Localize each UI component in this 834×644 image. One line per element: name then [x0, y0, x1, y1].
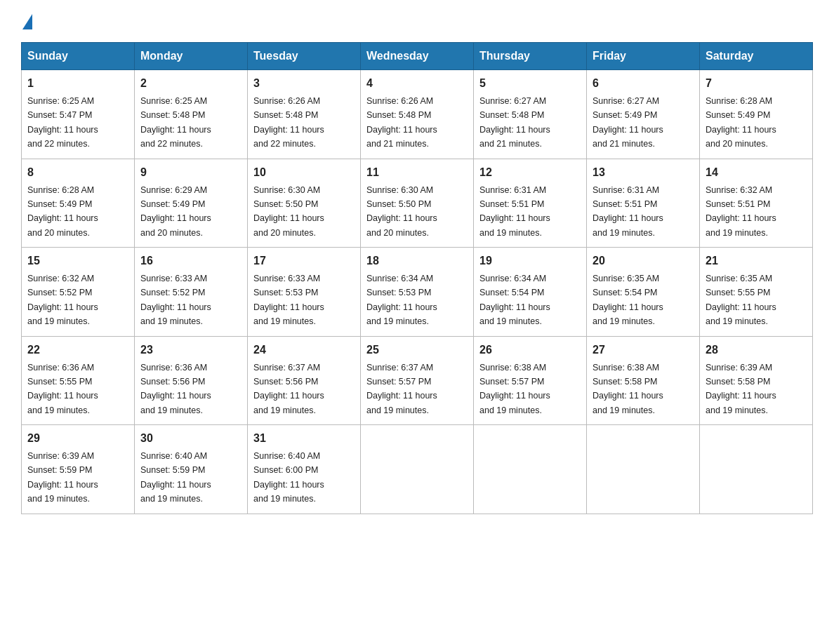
day-info: Sunrise: 6:38 AMSunset: 5:58 PMDaylight:… — [593, 363, 663, 415]
logo — [21, 14, 34, 29]
week-row-1: 1 Sunrise: 6:25 AMSunset: 5:47 PMDayligh… — [22, 70, 813, 159]
col-header-tuesday: Tuesday — [248, 43, 361, 70]
calendar-body: 1 Sunrise: 6:25 AMSunset: 5:47 PMDayligh… — [22, 70, 813, 514]
day-number: 12 — [479, 164, 581, 181]
day-cell: 7 Sunrise: 6:28 AMSunset: 5:49 PMDayligh… — [700, 70, 813, 159]
day-number: 2 — [140, 75, 241, 92]
day-info: Sunrise: 6:32 AMSunset: 5:52 PMDaylight:… — [27, 274, 98, 326]
logo-text — [21, 14, 34, 29]
day-number: 16 — [140, 253, 241, 269]
day-number: 26 — [479, 342, 581, 358]
day-info: Sunrise: 6:40 AMSunset: 5:59 PMDaylight:… — [140, 451, 211, 504]
week-row-4: 22 Sunrise: 6:36 AMSunset: 5:55 PMDaylig… — [22, 336, 813, 425]
day-cell: 1 Sunrise: 6:25 AMSunset: 5:47 PMDayligh… — [22, 70, 135, 159]
day-number: 7 — [706, 75, 807, 92]
day-info: Sunrise: 6:31 AMSunset: 5:51 PMDaylight:… — [593, 185, 663, 238]
day-cell: 5 Sunrise: 6:27 AMSunset: 5:48 PMDayligh… — [474, 70, 587, 159]
day-number: 19 — [479, 253, 581, 269]
day-info: Sunrise: 6:39 AMSunset: 5:58 PMDaylight:… — [706, 363, 776, 415]
day-info: Sunrise: 6:35 AMSunset: 5:55 PMDaylight:… — [706, 274, 776, 326]
day-info: Sunrise: 6:36 AMSunset: 5:55 PMDaylight:… — [27, 363, 98, 415]
logo-triangle-icon — [22, 14, 32, 29]
day-info: Sunrise: 6:26 AMSunset: 5:48 PMDaylight:… — [253, 96, 324, 149]
col-header-friday: Friday — [587, 43, 700, 70]
day-info: Sunrise: 6:36 AMSunset: 5:56 PMDaylight:… — [140, 363, 211, 415]
calendar-header: SundayMondayTuesdayWednesdayThursdayFrid… — [22, 43, 813, 70]
day-cell: 28 Sunrise: 6:39 AMSunset: 5:58 PMDaylig… — [700, 336, 813, 425]
day-cell: 21 Sunrise: 6:35 AMSunset: 5:55 PMDaylig… — [700, 248, 813, 337]
week-row-3: 15 Sunrise: 6:32 AMSunset: 5:52 PMDaylig… — [22, 248, 813, 337]
day-info: Sunrise: 6:40 AMSunset: 6:00 PMDaylight:… — [253, 451, 324, 504]
day-cell: 8 Sunrise: 6:28 AMSunset: 5:49 PMDayligh… — [22, 159, 135, 248]
day-cell: 20 Sunrise: 6:35 AMSunset: 5:54 PMDaylig… — [587, 248, 700, 337]
day-cell: 6 Sunrise: 6:27 AMSunset: 5:49 PMDayligh… — [587, 70, 700, 159]
day-cell: 29 Sunrise: 6:39 AMSunset: 5:59 PMDaylig… — [22, 425, 135, 514]
day-info: Sunrise: 6:30 AMSunset: 5:50 PMDaylight:… — [253, 185, 324, 238]
day-number: 31 — [253, 430, 355, 447]
day-cell: 12 Sunrise: 6:31 AMSunset: 5:51 PMDaylig… — [474, 159, 587, 248]
day-cell: 26 Sunrise: 6:38 AMSunset: 5:57 PMDaylig… — [474, 336, 587, 425]
page-header — [21, 14, 813, 29]
day-cell: 15 Sunrise: 6:32 AMSunset: 5:52 PMDaylig… — [22, 248, 135, 337]
day-cell: 2 Sunrise: 6:25 AMSunset: 5:48 PMDayligh… — [135, 70, 248, 159]
day-cell: 22 Sunrise: 6:36 AMSunset: 5:55 PMDaylig… — [22, 336, 135, 425]
day-cell: 19 Sunrise: 6:34 AMSunset: 5:54 PMDaylig… — [474, 248, 587, 337]
day-info: Sunrise: 6:35 AMSunset: 5:54 PMDaylight:… — [593, 274, 663, 326]
day-number: 17 — [253, 253, 355, 269]
day-number: 3 — [253, 75, 355, 92]
day-cell: 14 Sunrise: 6:32 AMSunset: 5:51 PMDaylig… — [700, 159, 813, 248]
day-number: 15 — [27, 253, 128, 269]
day-cell — [587, 425, 700, 514]
col-header-monday: Monday — [135, 43, 248, 70]
day-number: 23 — [140, 342, 241, 358]
week-row-5: 29 Sunrise: 6:39 AMSunset: 5:59 PMDaylig… — [22, 425, 813, 514]
day-info: Sunrise: 6:38 AMSunset: 5:57 PMDaylight:… — [479, 363, 550, 415]
day-cell — [700, 425, 813, 514]
day-cell — [361, 425, 474, 514]
day-cell: 24 Sunrise: 6:37 AMSunset: 5:56 PMDaylig… — [248, 336, 361, 425]
day-number: 22 — [27, 342, 128, 358]
days-of-week-row: SundayMondayTuesdayWednesdayThursdayFrid… — [22, 43, 813, 70]
day-cell: 23 Sunrise: 6:36 AMSunset: 5:56 PMDaylig… — [135, 336, 248, 425]
day-cell: 18 Sunrise: 6:34 AMSunset: 5:53 PMDaylig… — [361, 248, 474, 337]
day-info: Sunrise: 6:31 AMSunset: 5:51 PMDaylight:… — [479, 185, 550, 238]
day-number: 30 — [140, 430, 241, 447]
day-info: Sunrise: 6:27 AMSunset: 5:48 PMDaylight:… — [479, 96, 550, 149]
day-number: 29 — [27, 430, 128, 447]
day-info: Sunrise: 6:28 AMSunset: 5:49 PMDaylight:… — [27, 185, 98, 238]
day-cell: 17 Sunrise: 6:33 AMSunset: 5:53 PMDaylig… — [248, 248, 361, 337]
day-info: Sunrise: 6:39 AMSunset: 5:59 PMDaylight:… — [27, 451, 98, 504]
day-number: 28 — [706, 342, 807, 358]
col-header-saturday: Saturday — [700, 43, 813, 70]
day-number: 24 — [253, 342, 355, 358]
day-number: 27 — [593, 342, 694, 358]
day-number: 14 — [706, 164, 807, 181]
day-cell: 10 Sunrise: 6:30 AMSunset: 5:50 PMDaylig… — [248, 159, 361, 248]
day-number: 8 — [27, 164, 128, 181]
day-cell: 25 Sunrise: 6:37 AMSunset: 5:57 PMDaylig… — [361, 336, 474, 425]
day-cell: 11 Sunrise: 6:30 AMSunset: 5:50 PMDaylig… — [361, 159, 474, 248]
day-number: 13 — [593, 164, 694, 181]
day-info: Sunrise: 6:26 AMSunset: 5:48 PMDaylight:… — [366, 96, 437, 149]
day-cell: 16 Sunrise: 6:33 AMSunset: 5:52 PMDaylig… — [135, 248, 248, 337]
day-info: Sunrise: 6:32 AMSunset: 5:51 PMDaylight:… — [706, 185, 776, 238]
day-info: Sunrise: 6:33 AMSunset: 5:53 PMDaylight:… — [253, 274, 324, 326]
day-info: Sunrise: 6:34 AMSunset: 5:53 PMDaylight:… — [366, 274, 437, 326]
calendar-table: SundayMondayTuesdayWednesdayThursdayFrid… — [21, 42, 813, 514]
col-header-sunday: Sunday — [22, 43, 135, 70]
day-cell: 27 Sunrise: 6:38 AMSunset: 5:58 PMDaylig… — [587, 336, 700, 425]
day-cell: 3 Sunrise: 6:26 AMSunset: 5:48 PMDayligh… — [248, 70, 361, 159]
day-info: Sunrise: 6:37 AMSunset: 5:56 PMDaylight:… — [253, 363, 324, 415]
day-info: Sunrise: 6:25 AMSunset: 5:47 PMDaylight:… — [27, 96, 98, 149]
day-cell: 9 Sunrise: 6:29 AMSunset: 5:49 PMDayligh… — [135, 159, 248, 248]
day-number: 18 — [366, 253, 468, 269]
col-header-thursday: Thursday — [474, 43, 587, 70]
day-number: 9 — [140, 164, 241, 181]
day-cell: 4 Sunrise: 6:26 AMSunset: 5:48 PMDayligh… — [361, 70, 474, 159]
day-cell: 30 Sunrise: 6:40 AMSunset: 5:59 PMDaylig… — [135, 425, 248, 514]
day-info: Sunrise: 6:30 AMSunset: 5:50 PMDaylight:… — [366, 185, 437, 238]
day-number: 20 — [593, 253, 694, 269]
week-row-2: 8 Sunrise: 6:28 AMSunset: 5:49 PMDayligh… — [22, 159, 813, 248]
day-info: Sunrise: 6:29 AMSunset: 5:49 PMDaylight:… — [140, 185, 211, 238]
day-info: Sunrise: 6:37 AMSunset: 5:57 PMDaylight:… — [366, 363, 437, 415]
